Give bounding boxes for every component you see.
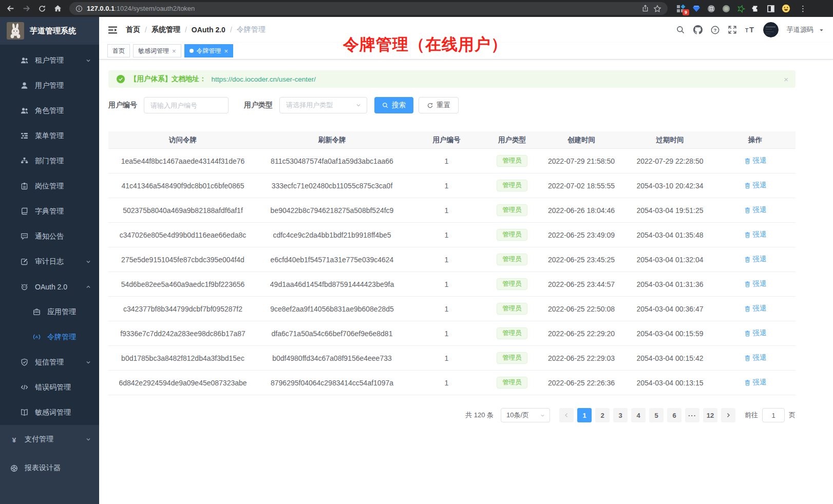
sidebar-item-notice[interactable]: 通知公告 xyxy=(0,224,99,249)
alert-close-icon[interactable]: × xyxy=(784,75,788,84)
goto-page-input[interactable] xyxy=(762,408,785,422)
extension-half-square-icon[interactable] xyxy=(767,5,775,13)
sidebar-item-role[interactable]: 角色管理 xyxy=(0,98,99,123)
browser-menu-icon[interactable]: ⋮ xyxy=(799,4,807,13)
expire-time-cell: 2054-03-04 00:15:42 xyxy=(625,354,715,362)
share-icon[interactable] xyxy=(641,5,649,12)
user-type-cell: 管理员 xyxy=(486,204,538,216)
browser-forward-icon[interactable] xyxy=(22,4,31,13)
sidebar-item-sms[interactable]: 短信管理 xyxy=(0,350,99,375)
page-size-select[interactable]: 10条/页 xyxy=(501,408,550,422)
site-info-icon[interactable] xyxy=(75,5,83,12)
browser-home-icon[interactable] xyxy=(53,4,62,13)
extension-star-icon[interactable] xyxy=(737,5,745,13)
pager-page-6[interactable]: 6 xyxy=(667,408,681,422)
pager-prev-button[interactable] xyxy=(559,408,574,422)
yen-icon: ¥ xyxy=(10,436,18,443)
sidebar-item-error-code[interactable]: 错误码管理 xyxy=(0,375,99,400)
bookmark-star-icon[interactable] xyxy=(653,5,661,13)
tab-sensitive-word[interactable]: 敏感词管理 × xyxy=(133,44,181,57)
extension-dot-circle-icon[interactable] xyxy=(722,5,730,13)
address-bar[interactable]: 127.0.0.1:1024/system/oauth2/token xyxy=(69,2,668,15)
fullscreen-icon[interactable] xyxy=(728,25,737,34)
force-logout-link[interactable]: 强退 xyxy=(744,279,767,288)
refresh-token-cell: e6cfd40eb1f54571a31e775e039c4624 xyxy=(257,256,407,264)
breadcrumb-home[interactable]: 首页 xyxy=(126,25,140,34)
force-logout-link[interactable]: 强退 xyxy=(744,353,767,362)
force-logout-link[interactable]: 强退 xyxy=(744,181,767,190)
sidebar-item-oauth2-app[interactable]: 应用管理 xyxy=(0,299,99,324)
sidebar-item-oauth2-token[interactable]: A令牌管理 xyxy=(0,324,99,350)
sidebar-item-label: 支付管理 xyxy=(25,435,53,444)
extension-badge: 9 xyxy=(683,9,689,15)
sidebar-item-audit-log[interactable]: 审计日志 xyxy=(0,249,99,274)
sidebar-item-dept[interactable]: 部门管理 xyxy=(0,148,99,173)
pager-page-4[interactable]: 4 xyxy=(631,408,646,422)
extension-circle-icon[interactable] xyxy=(707,5,715,13)
extension-puzzle-icon[interactable] xyxy=(752,5,760,13)
table-row: 502375b8040a469a9b82188afdf6af1fbe90422b… xyxy=(108,198,796,223)
force-logout-link[interactable]: 强退 xyxy=(744,230,767,239)
force-logout-link[interactable]: 强退 xyxy=(744,255,767,264)
sidebar-item-sensitive-word[interactable]: 敏感词管理 xyxy=(0,400,99,425)
tags-bar: 首页 敏感词管理 × 令牌管理 × xyxy=(99,43,833,60)
goto-suffix: 页 xyxy=(789,411,796,420)
app-logo[interactable]: 芋道管理系统 xyxy=(0,17,99,45)
sidebar-item-menu[interactable]: 菜单管理 xyxy=(0,123,99,148)
username[interactable]: 芋道源码 xyxy=(787,25,813,34)
user-type-badge: 管理员 xyxy=(497,278,527,290)
force-logout-link[interactable]: 强退 xyxy=(744,378,767,387)
pager-page-1[interactable]: 1 xyxy=(577,408,592,422)
browser-back-icon[interactable] xyxy=(6,4,15,13)
svg-text:?: ? xyxy=(714,27,717,32)
created-time-cell: 2022-07-02 18:55:55 xyxy=(538,182,625,190)
github-icon[interactable] xyxy=(693,25,703,34)
breadcrumb-system[interactable]: 系统管理 xyxy=(152,25,180,34)
tab-token[interactable]: 令牌管理 × xyxy=(184,44,234,57)
sidebar-item-oauth2[interactable]: OAuth 2.0 xyxy=(0,274,99,299)
expire-time-cell: 2054-03-10 20:42:34 xyxy=(625,182,715,190)
doc-link[interactable]: https://doc.iocoder.cn/user-center/ xyxy=(212,75,316,83)
pager-page-3[interactable]: 3 xyxy=(613,408,628,422)
user-id-input[interactable] xyxy=(144,97,229,113)
reset-button[interactable]: 重置 xyxy=(419,97,459,113)
close-icon[interactable]: × xyxy=(224,48,229,54)
extension-smiley-icon[interactable] xyxy=(782,4,790,13)
pager-next-button[interactable] xyxy=(721,408,735,422)
force-logout-link[interactable]: 强退 xyxy=(744,328,767,338)
expire-time-cell: 2054-03-04 19:51:25 xyxy=(625,206,715,215)
force-logout-link[interactable]: 强退 xyxy=(744,156,767,165)
wheel-icon xyxy=(10,464,18,472)
breadcrumb-oauth2[interactable]: OAuth 2.0 xyxy=(192,26,225,34)
sidebar-item-post[interactable]: 岗位管理 xyxy=(0,173,99,199)
pager-page-2[interactable]: 2 xyxy=(595,408,610,422)
user-dropdown-caret-icon[interactable] xyxy=(819,27,824,33)
sidebar-item-tenant[interactable]: 租户管理 xyxy=(0,48,99,73)
sidebar-item-label: 审计日志 xyxy=(35,257,64,266)
table-body: 1ea5e44f8bc1467aaede43144f31de76811c5304… xyxy=(108,149,796,395)
help-icon[interactable]: ? xyxy=(711,26,720,34)
extension-gem-icon[interactable] xyxy=(692,5,701,13)
sidebar-toggle-icon[interactable] xyxy=(108,25,118,35)
pager-more-button[interactable]: ··· xyxy=(685,408,699,422)
avatar[interactable] xyxy=(763,22,779,37)
action-cell: 强退 xyxy=(715,230,796,240)
sidebar-item-user[interactable]: 用户管理 xyxy=(0,73,99,98)
search-button[interactable]: 搜索 xyxy=(374,97,413,113)
force-logout-link[interactable]: 强退 xyxy=(744,304,767,313)
browser-reload-icon[interactable] xyxy=(38,5,46,13)
pager-page-12[interactable]: 12 xyxy=(703,408,717,422)
user-type-select[interactable]: 请选择用户类型 xyxy=(279,97,367,113)
force-logout-link[interactable]: 强退 xyxy=(744,205,767,215)
sidebar-item-report-designer[interactable]: 报表设计器 xyxy=(0,454,99,482)
search-icon[interactable] xyxy=(676,26,685,34)
extension-grid-icon[interactable]: 9 xyxy=(677,5,686,13)
pager-page-5[interactable]: 5 xyxy=(649,408,664,422)
sidebar-item-dict[interactable]: 字典管理 xyxy=(0,199,99,224)
message-icon xyxy=(21,232,28,240)
font-size-icon[interactable]: TT xyxy=(745,26,755,34)
close-icon[interactable]: × xyxy=(172,48,176,54)
sidebar-item-pay[interactable]: ¥支付管理 xyxy=(0,425,99,454)
tab-home[interactable]: 首页 xyxy=(107,44,130,57)
col-actions: 操作 xyxy=(715,135,796,145)
